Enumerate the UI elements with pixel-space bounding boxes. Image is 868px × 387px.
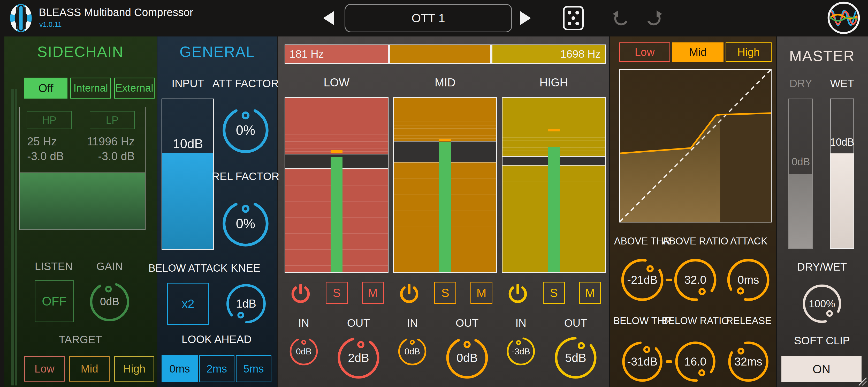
randomize-dice-button[interactable] (562, 6, 584, 31)
preset-prev-button[interactable] (323, 11, 334, 25)
band-label-low: LOW (323, 76, 349, 89)
input-value: 10dB (173, 136, 203, 151)
sidechain-mode-external[interactable]: External (114, 78, 155, 98)
wet-slider[interactable] (830, 98, 854, 249)
band-in-knob[interactable]: 0dB (288, 336, 319, 367)
band-mute-button[interactable]: M (579, 282, 601, 304)
comp-tab-mid[interactable]: Mid (672, 42, 723, 62)
below-attack-button[interactable]: x2 (167, 283, 209, 325)
band-meter-high (502, 97, 606, 273)
crossover-low-freq: 181 Hz (289, 48, 324, 60)
attack-label: ATTACK (730, 236, 768, 247)
band-power-icon[interactable] (291, 284, 310, 304)
bleass-logo (7, 4, 35, 33)
dry-label: DRY (789, 77, 812, 90)
input-slider-fill (162, 153, 213, 249)
crossover-high-segment: 1698 Hz (492, 45, 605, 63)
band-in-knob[interactable]: -3dB (505, 336, 536, 367)
crossover-high-freq: 1698 Hz (560, 48, 601, 60)
target-low-button[interactable]: Low (24, 356, 65, 382)
band-solo-button[interactable]: S (543, 282, 565, 304)
band-in-knob[interactable]: 0dB (397, 336, 428, 367)
below-ratio-knob[interactable]: 16.0 (673, 339, 718, 384)
app-version: v1.0.11 (39, 21, 62, 29)
band-in-label: IN (516, 317, 526, 329)
thr-ratio-link (665, 278, 672, 281)
undo-icon[interactable] (611, 9, 632, 28)
attack-knob[interactable]: 0ms (725, 257, 772, 303)
lp-gain: -3.0 dB (98, 150, 135, 163)
dry-slider[interactable] (788, 98, 813, 249)
band-power-icon[interactable] (399, 284, 419, 304)
input-slider[interactable] (161, 98, 214, 250)
sidechain-meter-strip (15, 89, 17, 385)
crossover-low-segment: 181 Hz (285, 45, 388, 63)
compression-curve-display (619, 69, 772, 222)
above-ratio-knob[interactable]: 32.0 (672, 257, 719, 303)
band-power-icon[interactable] (508, 284, 528, 304)
target-mid-button[interactable]: Mid (69, 356, 110, 382)
preset-selector[interactable]: OTT 1 (345, 4, 512, 32)
knee-knob[interactable]: 1dB (224, 282, 268, 325)
wet-slider-fill (831, 153, 854, 248)
sidechain-mode-off[interactable]: Off (24, 78, 67, 98)
release-knob[interactable]: 32ms (726, 339, 771, 384)
compression-curve-svg (620, 70, 771, 222)
hp-frequency: 25 Hz (27, 135, 57, 148)
meter-peak-marker (548, 129, 560, 131)
softclip-label: SOFT CLIP (794, 334, 850, 347)
softclip-on-button[interactable]: ON (781, 356, 862, 382)
sidechain-title: SIDECHAIN (37, 43, 124, 60)
look-ahead-2ms[interactable]: 2ms (199, 355, 235, 382)
band-out-label: OUT (456, 317, 479, 329)
meter-history-lines (394, 122, 496, 141)
look-ahead-0ms[interactable]: 0ms (161, 355, 198, 382)
comp-tab-high[interactable]: High (725, 42, 772, 62)
band-meter-mid (393, 97, 497, 273)
wet-label: WET (830, 77, 854, 90)
band-out-knob[interactable]: 0dB (444, 335, 490, 381)
highpass-button[interactable]: HP (27, 111, 72, 129)
sidechain-gain-knob[interactable]: 0dB (88, 280, 131, 323)
dry-slider-fill (789, 174, 812, 248)
band-solo-button[interactable]: S (434, 282, 456, 304)
drywet-knob[interactable]: 100% (801, 282, 843, 325)
above-thr-knob[interactable]: -21dB (619, 257, 665, 303)
drywet-label: DRY/WET (797, 261, 847, 273)
preset-next-button[interactable] (520, 11, 531, 25)
sidechain-mode-internal[interactable]: Internal (70, 78, 111, 98)
crossover-divider[interactable] (388, 45, 390, 63)
target-label: TARGET (59, 333, 102, 346)
dry-value: 0dB (792, 156, 810, 168)
redo-icon[interactable] (643, 9, 664, 28)
hp-gain: -3.0 dB (27, 150, 64, 163)
below-thr-knob[interactable]: -31dB (620, 339, 664, 384)
band-out-label: OUT (564, 317, 587, 329)
crossover-divider[interactable] (490, 45, 492, 63)
band-label-mid: MID (435, 76, 456, 89)
comp-tab-low[interactable]: Low (619, 42, 670, 62)
listen-off-button[interactable]: OFF (35, 280, 74, 322)
band-mute-button[interactable]: M (470, 282, 492, 304)
preset-name: OTT 1 (411, 11, 445, 25)
look-ahead-5ms[interactable]: 5ms (236, 355, 271, 382)
look-ahead-label: LOOK AHEAD (182, 333, 252, 346)
input-label: INPUT (172, 77, 204, 90)
app-title: BLEASS Multiband Compressor (39, 6, 193, 19)
wet-value: 10dB (830, 136, 854, 148)
crossover-mid-segment (390, 45, 490, 63)
rel-factor-label: REL FACTOR (212, 170, 279, 183)
resize-handle[interactable] (858, 377, 867, 386)
band-solo-button[interactable]: S (326, 282, 348, 304)
knee-label: KNEE (231, 262, 260, 274)
meter-level-bar (439, 142, 451, 272)
att-factor-knob[interactable]: 0% (220, 105, 271, 155)
target-high-button[interactable]: High (114, 356, 154, 382)
band-mute-button[interactable]: M (362, 282, 384, 304)
lowpass-button[interactable]: LP (90, 111, 135, 129)
crossover-bar[interactable]: 181 Hz 1698 Hz (285, 44, 606, 64)
rel-factor-knob[interactable]: 0% (220, 198, 271, 249)
band-meter-low (285, 97, 389, 273)
band-out-knob[interactable]: 5dB (553, 335, 599, 381)
band-out-knob[interactable]: 2dB (336, 335, 381, 381)
